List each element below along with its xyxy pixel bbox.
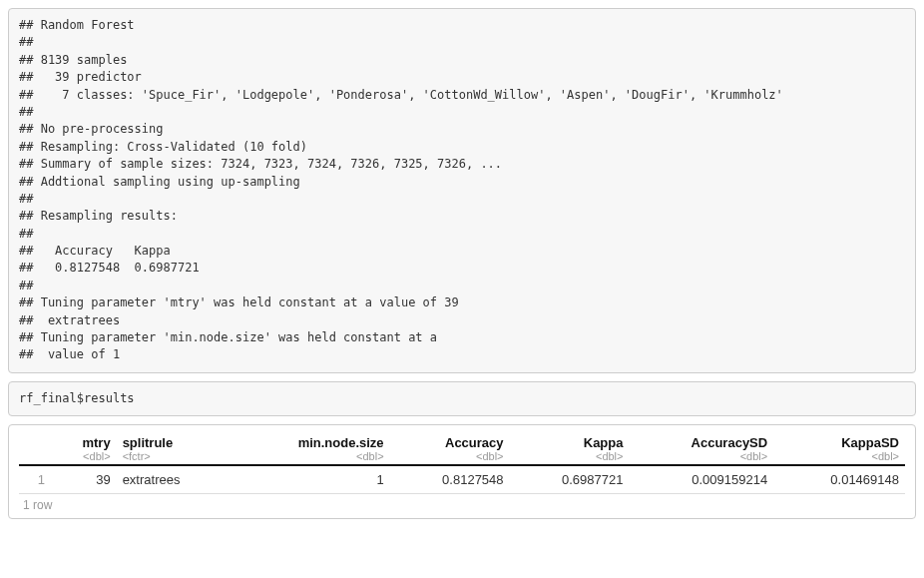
column-type: <dbl> (236, 450, 384, 462)
cell-min-node-size: 1 (231, 465, 390, 494)
output-line: ## Tuning parameter 'mtry' was held cons… (19, 294, 905, 311)
column-name: KappaSD (841, 435, 899, 450)
console-output-block: ## Random Forest ## ## 8139 samples## 39… (8, 8, 916, 373)
column-header-splitrule: splitrule <fctr> (117, 431, 231, 465)
column-name: mtry (82, 435, 110, 450)
output-line: ## Random Forest (19, 17, 905, 34)
output-line: ## Summary of sample sizes: 7324, 7323, … (19, 156, 905, 173)
column-type: <dbl> (779, 450, 899, 462)
column-name: AccuracySD (692, 435, 768, 450)
column-header-accuracy: Accuracy <dbl> (390, 431, 510, 465)
column-type: <dbl> (57, 450, 111, 462)
cell-mtry: 39 (51, 465, 117, 494)
output-line: ## extratrees (19, 312, 905, 329)
output-line: ## Tuning parameter 'min.node.size' was … (19, 329, 905, 346)
column-type: <fctr> (123, 450, 225, 462)
row-index: 1 (19, 465, 51, 494)
column-type: <dbl> (635, 450, 767, 462)
results-table-wrap: mtry <dbl> splitrule <fctr> min.node.siz… (8, 424, 916, 519)
cell-accuracy: 0.8127548 (390, 465, 510, 494)
output-line: ## 7 classes: 'Spuce_Fir', 'Lodgepole', … (19, 87, 905, 104)
cell-accuracysd: 0.009159214 (629, 465, 773, 494)
column-header-kappasd: KappaSD <dbl> (773, 431, 905, 465)
table-body: 1 39 extratrees 1 0.8127548 0.6987721 0.… (19, 465, 905, 494)
table-head: mtry <dbl> splitrule <fctr> min.node.siz… (19, 431, 905, 465)
column-header-kappa: Kappa <dbl> (510, 431, 630, 465)
output-line: ## value of 1 (19, 346, 905, 363)
output-line: ## (19, 34, 905, 51)
column-name: min.node.size (298, 435, 384, 450)
table-footer: 1 row (19, 494, 905, 514)
cell-kappa: 0.6987721 (510, 465, 630, 494)
column-name: Accuracy (445, 435, 504, 450)
column-name: Kappa (584, 435, 624, 450)
table-row: 1 39 extratrees 1 0.8127548 0.6987721 0.… (19, 465, 905, 494)
column-header-index (19, 431, 51, 465)
cell-splitrule: extratrees (117, 465, 231, 494)
output-line: ## (19, 278, 905, 294)
code-input-block: rf_final$results (8, 381, 916, 416)
column-type: <dbl> (396, 450, 504, 462)
cell-kappasd: 0.01469148 (773, 465, 905, 494)
table-header-row: mtry <dbl> splitrule <fctr> min.node.siz… (19, 431, 905, 465)
output-line: ## Resampling results: (19, 208, 905, 225)
column-type: <dbl> (516, 450, 624, 462)
output-line: ## (19, 191, 905, 208)
code-input: rf_final$results (19, 390, 905, 407)
column-header-mtry: mtry <dbl> (51, 431, 117, 465)
column-header-min-node-size: min.node.size <dbl> (231, 431, 390, 465)
output-line: ## 39 predictor (19, 69, 905, 86)
output-line: ## 0.8127548 0.6987721 (19, 260, 905, 277)
output-line: ## Addtional sampling using up-sampling (19, 174, 905, 191)
console-output: ## Random Forest ## ## 8139 samples## 39… (19, 17, 905, 364)
column-name: splitrule (123, 435, 174, 450)
output-line: ## (19, 104, 905, 121)
output-line: ## (19, 226, 905, 243)
output-line: ## Resampling: Cross-Validated (10 fold) (19, 139, 905, 156)
results-table: mtry <dbl> splitrule <fctr> min.node.siz… (19, 431, 905, 494)
column-header-accuracysd: AccuracySD <dbl> (629, 431, 773, 465)
output-line: ## Accuracy Kappa (19, 243, 905, 260)
output-line: ## No pre-processing (19, 121, 905, 138)
output-line: ## 8139 samples (19, 52, 905, 69)
